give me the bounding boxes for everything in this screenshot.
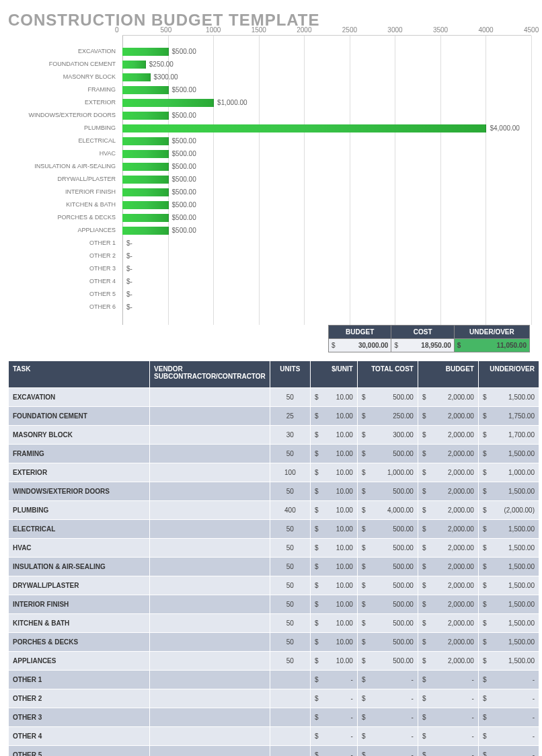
table-row: APPLIANCES50$10.00$500.00$2,000.00$1,500… [9, 652, 539, 671]
cell-vendor [150, 671, 270, 689]
chart-bar-label: $500.00 [172, 214, 196, 222]
table-row: INSULATION & AIR-SEALING50$10.00$500.00$… [9, 558, 539, 576]
cell-budget: $2,000.00 [418, 558, 478, 576]
cell-budget: $2,000.00 [418, 426, 478, 445]
cell-unit-cost: $- [310, 671, 357, 689]
chart-tick-label: 2500 [342, 26, 362, 34]
chart-bar-label: $500.00 [172, 227, 196, 235]
chart-bar-label: $500.00 [172, 150, 196, 158]
cell-vendor [150, 633, 270, 652]
cell-total-cost: $1,000.00 [357, 463, 418, 482]
cell-units: 50 [270, 576, 310, 595]
chart-bar: $500.00 [122, 176, 169, 184]
cell-total-cost: $- [357, 689, 418, 708]
cell-total-cost: $500.00 [357, 520, 418, 539]
cell-unit-cost: $10.00 [310, 539, 357, 558]
chart-bar-label: $500.00 [172, 201, 196, 209]
cell-under-over: $(2,000.00) [478, 501, 539, 520]
cell-units: 30 [270, 426, 310, 445]
chart-category-label: KITCHEN & BATH [8, 198, 116, 211]
table-row: OTHER 2$-$-$-$- [9, 689, 539, 708]
cell-under-over: $1,750.00 [478, 407, 539, 426]
table-row: OTHER 3$-$-$-$- [9, 708, 539, 727]
summary-budget: $30,000.00 [329, 339, 391, 352]
chart-gridline: 2000 [304, 36, 305, 325]
th-task: TASK [9, 361, 150, 388]
cell-task: DRYWALL/PLASTER [9, 576, 150, 595]
chart-category-label: OTHER 6 [8, 301, 116, 313]
chart-category-label: OTHER 1 [8, 237, 116, 249]
cell-vendor [150, 539, 270, 558]
cell-total-cost: $- [357, 727, 418, 746]
cell-task: EXCAVATION [9, 388, 150, 407]
summary-cost: $18,950.00 [391, 339, 454, 352]
chart-gridline: 3000 [395, 36, 395, 325]
chart-bar-label: $4,000.00 [490, 124, 520, 133]
chart-category-label: OTHER 4 [8, 275, 116, 287]
cell-task: ELECTRICAL [9, 520, 150, 539]
cell-vendor [150, 520, 270, 539]
chart-tick-label: 1500 [251, 26, 272, 34]
chart-bar-label: $500.00 [172, 188, 196, 196]
chart-tick-label: 4500 [524, 26, 542, 34]
cell-budget: $2,000.00 [418, 501, 478, 520]
page-title: CONSTRUCTION BUDGET TEMPLATE [8, 11, 537, 30]
table-row: PLUMBING400$10.00$4,000.00$2,000.00$(2,0… [9, 501, 539, 520]
chart-bar-label: $500.00 [172, 163, 196, 171]
chart-bar-label: $250.00 [149, 61, 173, 69]
cell-total-cost: $500.00 [357, 482, 418, 501]
cell-under-over: $- [478, 746, 539, 757]
summary-underover: $11,050.00 [454, 339, 529, 352]
cell-vendor [150, 746, 270, 757]
chart-bar: $500.00 [122, 150, 169, 158]
chart-category-label: APPLIANCES [8, 224, 116, 236]
cell-under-over: $- [478, 727, 539, 746]
chart-bar-label: $500.00 [172, 86, 196, 94]
cell-task: FOUNDATION CEMENT [9, 407, 150, 426]
cell-units: 25 [270, 407, 310, 426]
chart-gridline: 1500 [259, 36, 260, 325]
chart-bar: $500.00 [122, 112, 169, 120]
cell-units [270, 746, 310, 757]
chart-bar: $500.00 [122, 163, 169, 171]
chart-bar-label: $500.00 [172, 48, 196, 56]
chart-category-label: DRYWALL/PLASTER [8, 173, 116, 185]
cell-task: MASONRY BLOCK [9, 426, 150, 445]
cell-task: PLUMBING [9, 501, 150, 520]
cell-task: INSULATION & AIR-SEALING [9, 558, 150, 576]
cell-vendor [150, 614, 270, 633]
summary-header-cost: COST [391, 326, 454, 339]
cell-units: 100 [270, 463, 310, 482]
cell-budget: $- [418, 708, 478, 727]
cell-total-cost: $- [357, 746, 418, 757]
chart-category-label: EXCAVATION [8, 45, 116, 57]
cell-task: OTHER 3 [9, 708, 150, 727]
th-budget: BUDGET [418, 361, 478, 388]
table-row: ELECTRICAL50$10.00$500.00$2,000.00$1,500… [9, 520, 539, 539]
cell-vendor [150, 689, 270, 708]
chart-gridline: 2500 [350, 36, 350, 325]
chart-gridline: 1000 [213, 36, 214, 325]
cell-vendor [150, 727, 270, 746]
cell-units: 50 [270, 633, 310, 652]
cell-total-cost: $500.00 [357, 614, 418, 633]
cell-vendor [150, 558, 270, 576]
cell-vendor [150, 708, 270, 727]
summary-header-budget: BUDGET [329, 326, 391, 339]
cell-vendor [150, 576, 270, 595]
cell-under-over: $1,500.00 [478, 652, 539, 671]
cell-task: OTHER 1 [9, 671, 150, 689]
cell-under-over: $1,000.00 [478, 463, 539, 482]
table-row: OTHER 5$-$-$-$- [9, 746, 539, 757]
cell-budget: $2,000.00 [418, 407, 478, 426]
table-row: OTHER 4$-$-$-$- [9, 727, 539, 746]
table-row: DRYWALL/PLASTER50$10.00$500.00$2,000.00$… [9, 576, 539, 595]
cell-task: FRAMING [9, 445, 150, 463]
cell-under-over: $1,500.00 [478, 388, 539, 407]
cell-budget: $2,000.00 [418, 576, 478, 595]
cell-under-over: $1,500.00 [478, 558, 539, 576]
chart-bar-label: $- [126, 265, 132, 273]
cell-unit-cost: $10.00 [310, 407, 357, 426]
cell-under-over: $1,500.00 [478, 576, 539, 595]
chart-category-label: ELECTRICAL [8, 135, 116, 147]
